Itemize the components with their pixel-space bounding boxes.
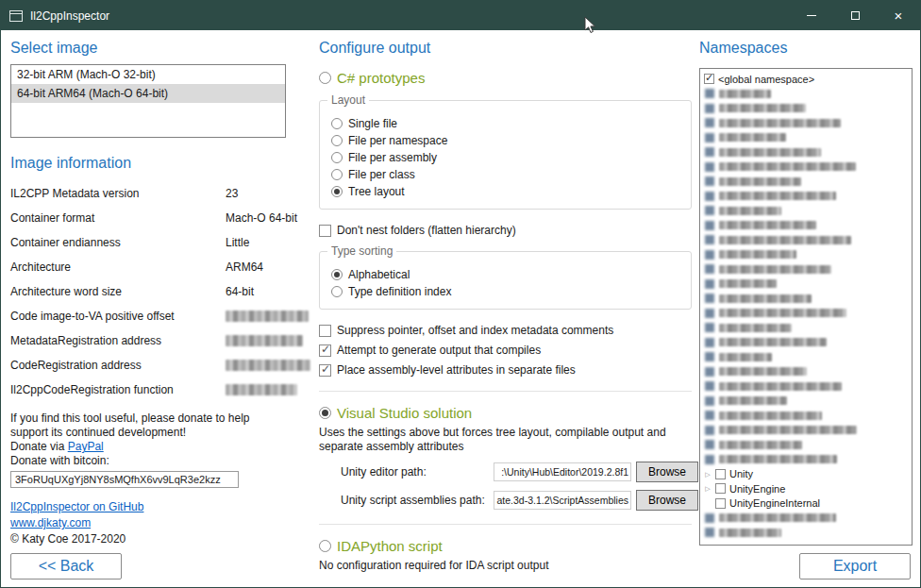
radio-layout-file-per-class[interactable]: File per class [331, 167, 681, 182]
minimize-button[interactable] [790, 1, 833, 30]
namespace-row-redacted[interactable] [702, 204, 910, 219]
namespace-row-redacted[interactable] [702, 175, 910, 190]
radio-sorting-alphabetical[interactable]: Alphabetical [331, 267, 681, 282]
namespace-checkbox[interactable] [705, 250, 714, 260]
namespace-row-redacted[interactable] [702, 321, 910, 336]
namespace-checkbox[interactable] [705, 440, 714, 449]
github-link[interactable]: Il2CppInspector on GitHub [10, 500, 143, 513]
info-value: Mach-O 64-bit [226, 211, 297, 225]
namespace-row-redacted[interactable] [702, 189, 910, 204]
checkbox-flatten-hierarchy[interactable]: Don't nest folders (flatten hierarchy) [319, 223, 692, 238]
namespace-checkbox[interactable] [705, 323, 714, 332]
namespace-checkbox[interactable] [705, 206, 714, 215]
namespace-checkbox[interactable] [705, 381, 714, 391]
namespace-row-redacted[interactable] [702, 262, 910, 277]
namespace-checkbox[interactable] [715, 483, 726, 494]
namespace-checkbox[interactable] [705, 221, 714, 230]
namespace-row-redacted[interactable] [702, 87, 910, 102]
namespace-checkbox[interactable] [705, 118, 714, 127]
namespace-checkbox[interactable] [705, 294, 714, 303]
checkbox-label: Attempt to generate output that compiles [337, 344, 541, 357]
checkbox-output-compiles[interactable]: Attempt to generate output that compiles [319, 343, 692, 358]
namespace-row-redacted[interactable] [702, 306, 910, 321]
namespace-checkbox[interactable] [715, 498, 726, 509]
namespace-checkbox[interactable] [705, 235, 714, 244]
namespace-row-redacted[interactable] [702, 350, 910, 365]
namespace-checkbox[interactable] [705, 396, 714, 406]
radio-layout-file-per-assembly[interactable]: File per assembly [331, 150, 681, 165]
namespace-row-redacted[interactable] [702, 526, 910, 541]
namespace-row-redacted[interactable] [702, 116, 910, 131]
bitcoin-address-input[interactable] [10, 471, 239, 488]
namespace-checkbox[interactable] [705, 411, 714, 420]
namespace-checkbox[interactable] [715, 469, 726, 479]
namespace-checkbox[interactable] [705, 147, 714, 157]
close-button[interactable]: × [877, 1, 920, 30]
radio-csharp-prototypes[interactable]: C# prototypes [319, 68, 692, 87]
namespace-row[interactable]: <global namespace> [702, 72, 910, 87]
website-link[interactable]: www.djkaty.com [10, 516, 91, 529]
namespace-row-redacted[interactable] [702, 292, 910, 307]
namespace-checkbox[interactable] [705, 104, 714, 113]
radio-visual-studio-solution[interactable]: Visual Studio solution [319, 403, 692, 422]
expander-icon[interactable]: ▷ [702, 467, 713, 481]
namespace-row[interactable]: UnityEngineInternal [702, 496, 910, 512]
namespace-row-redacted[interactable] [702, 511, 910, 526]
browse-unity-editor-button[interactable]: Browse [636, 462, 698, 482]
namespace-checkbox[interactable] [705, 279, 714, 289]
namespace-row-redacted[interactable] [702, 452, 910, 467]
namespace-row-redacted[interactable] [702, 130, 910, 145]
browse-script-assemblies-button[interactable]: Browse [636, 490, 698, 511]
namespace-row-redacted[interactable] [702, 247, 910, 262]
radio-layout-file-per-namespace[interactable]: File per namespace [331, 133, 681, 148]
namespace-row-redacted[interactable] [702, 145, 910, 160]
radio-idapython-script[interactable]: IDAPython script [319, 536, 692, 555]
namespace-row[interactable]: ▷UnityEngine [702, 481, 910, 496]
radio-label: Alphabetical [348, 268, 410, 281]
namespace-row-redacted[interactable] [702, 364, 910, 379]
checkbox-assembly-attributes[interactable]: Place assembly-level attributes in separ… [319, 362, 692, 378]
namespace-checkbox[interactable] [705, 352, 714, 361]
namespace-checkbox[interactable] [705, 192, 714, 201]
namespace-row-redacted[interactable] [702, 101, 910, 116]
namespace-checkbox[interactable] [705, 338, 714, 347]
namespace-row-redacted[interactable] [702, 423, 910, 438]
namespace-checkbox[interactable] [705, 513, 714, 523]
radio-sorting-type-definition-index[interactable]: Type definition index [331, 284, 681, 299]
unity-script-assemblies-path-input[interactable]: ate.3d-3.1.2\ScriptAssemblies [494, 491, 631, 510]
namespace-checkbox[interactable] [705, 264, 714, 274]
maximize-button[interactable] [833, 1, 877, 30]
listbox-item-32bit-arm[interactable]: 32-bit ARM (Mach-O 32-bit) [11, 65, 285, 84]
namespace-checkbox[interactable] [705, 176, 714, 186]
namespace-row[interactable]: ▷Unity [702, 467, 910, 482]
export-button[interactable]: Export [799, 553, 911, 580]
namespace-row-redacted[interactable] [702, 218, 910, 233]
radio-layout-tree-layout[interactable]: Tree layout [331, 184, 681, 199]
paypal-link[interactable]: PayPal [68, 440, 104, 453]
namespace-row-redacted[interactable] [702, 277, 910, 292]
namespace-checkbox[interactable] [705, 455, 714, 464]
namespace-row-redacted[interactable] [702, 335, 910, 350]
namespace-checkbox[interactable] [705, 89, 714, 98]
listbox-item-64bit-arm64[interactable]: 64-bit ARM64 (Mach-O 64-bit) [11, 84, 285, 103]
namespace-checkbox[interactable] [705, 162, 714, 172]
namespace-row-redacted[interactable] [702, 394, 910, 409]
namespace-row-redacted[interactable] [702, 160, 910, 175]
namespace-row-redacted[interactable] [702, 409, 910, 424]
namespace-checkbox[interactable] [705, 133, 714, 143]
radio-layout-single-file[interactable]: Single file [331, 116, 681, 131]
namespace-checkbox[interactable] [705, 309, 714, 318]
namespace-row-redacted[interactable] [702, 233, 910, 248]
namespace-checkbox[interactable] [705, 426, 714, 435]
unity-editor-path-input[interactable]: :\Unity\Hub\Editor\2019.2.8f1 [494, 462, 631, 481]
namespace-row-redacted[interactable] [702, 379, 910, 395]
back-button[interactable]: << Back [10, 553, 122, 580]
checkbox-suppress-comments[interactable]: Suppress pointer, offset and index metad… [319, 323, 692, 338]
namespace-row-redacted[interactable] [702, 438, 910, 453]
namespace-checkbox[interactable] [704, 74, 714, 84]
namespace-checkbox[interactable] [705, 367, 714, 377]
expander-icon[interactable]: ▷ [702, 481, 713, 496]
image-listbox: 32-bit ARM (Mach-O 32-bit) 64-bit ARM64 … [10, 64, 286, 138]
info-value: 23 [226, 187, 238, 200]
namespace-checkbox[interactable] [705, 528, 714, 537]
